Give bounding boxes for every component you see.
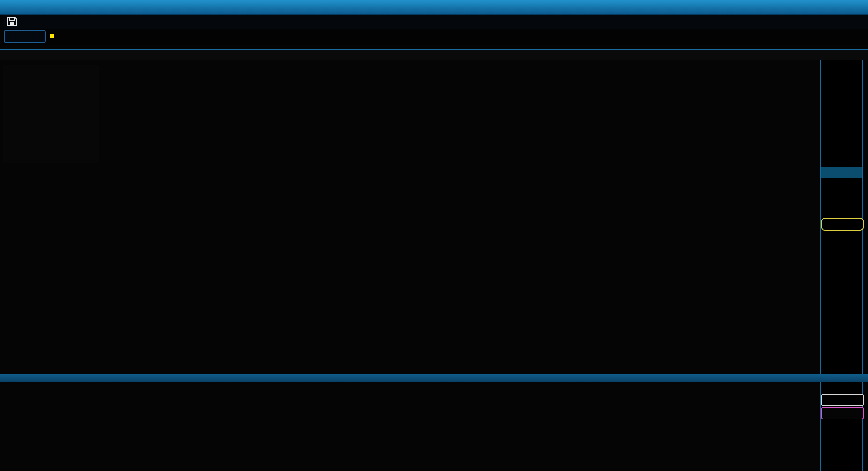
chart-canvas[interactable]: [0, 0, 868, 471]
indicator-header: [0, 374, 868, 382]
renk-button[interactable]: [50, 32, 57, 39]
last-price-tag: [821, 167, 862, 178]
color-swatch-icon: [50, 34, 54, 38]
ma-value-tag: [821, 218, 864, 231]
title-bar: [0, 0, 868, 15]
toolbar: [3, 29, 868, 45]
ohlc-info-panel: [3, 65, 99, 163]
oscillator-main-tag: [821, 394, 864, 406]
save-icon[interactable]: [7, 16, 18, 29]
menu-bar: [3, 14, 868, 29]
symbol-button[interactable]: [4, 30, 46, 43]
trading-app-window: [0, 0, 868, 471]
time-axis[interactable]: [0, 50, 868, 60]
oscillator-signal-tag: [821, 407, 864, 419]
